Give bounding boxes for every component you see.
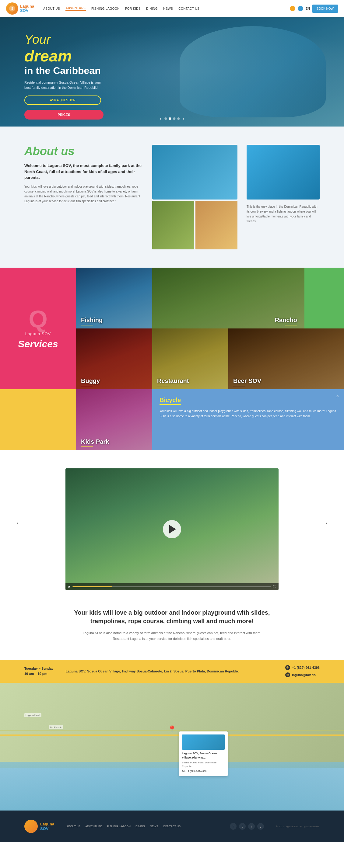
nav-fishing-lagoon[interactable]: FISHING LAGOON <box>91 7 120 10</box>
hero-buttons: ASK A QUESTION PRICES <box>24 90 104 120</box>
nav-dining[interactable]: DINING <box>146 7 158 10</box>
hero-title-your: Your <box>24 32 104 47</box>
map-popup-tel: Tel: +1 (829) 961-4396 <box>182 770 225 773</box>
kids-underline <box>81 446 93 447</box>
popup-close-button[interactable]: × <box>336 393 339 399</box>
logo-circle: S <box>6 2 18 14</box>
contact-address: Laguna SOV, Sosua Ocean Village, Highway… <box>66 669 273 674</box>
about-center-images <box>152 145 237 249</box>
about-image-outdoor <box>196 201 237 249</box>
footer-link-dining[interactable]: DINING <box>136 825 145 828</box>
social-facebook[interactable]: f <box>230 823 236 830</box>
about-body: Your kids will love a big outdoor and in… <box>24 184 143 204</box>
prices-button[interactable]: PRICES <box>24 110 104 120</box>
progress-fill <box>73 586 112 587</box>
navbar: S Laguna SOV ABOUT US ADVENTURE FISHING … <box>0 0 344 17</box>
map-road <box>0 735 344 736</box>
footer-link-about[interactable]: ABOUT US <box>66 825 80 828</box>
about-text: About us Welcome to Laguna SOV, the most… <box>24 145 143 249</box>
video-prev-icon: ‹ <box>17 520 18 526</box>
map-label-sosua: Laguna Hotel <box>24 713 41 717</box>
nav-contact[interactable]: CONTACT US <box>178 7 199 10</box>
about-inner: About us Welcome to Laguna SOV, the most… <box>24 145 320 249</box>
fishing-label: Fishing <box>81 317 103 323</box>
description-section: Your kids will love a big outdoor and in… <box>0 596 344 654</box>
nav-news[interactable]: NEWS <box>163 7 173 10</box>
service-tile-rancho[interactable]: Rancho <box>152 268 305 329</box>
services-laguna-label: Laguna SOV <box>25 332 51 336</box>
video-player[interactable]: ▶ ⛶ <box>65 468 279 590</box>
service-tile-kids[interactable]: Kids Park <box>76 389 152 450</box>
map-container[interactable]: 📍 Laguna SOV, Sosua Ocean Village, Highw… <box>0 683 344 810</box>
lang-fr-dot[interactable] <box>298 6 303 11</box>
lang-es-dot[interactable] <box>290 6 295 11</box>
hero-dots: ‹ › <box>160 116 184 121</box>
yellow-block <box>0 389 76 450</box>
beer-label: Beer SOV <box>233 377 261 384</box>
ask-question-button[interactable]: ASK A QUESTION <box>24 95 101 105</box>
about-aside-text: This is the only place in the Dominican … <box>247 205 320 224</box>
video-next-button[interactable]: › <box>321 518 332 529</box>
map-location-marker[interactable]: 📍 <box>167 725 177 734</box>
footer-sov: SOV <box>40 826 54 831</box>
services-grid: Q Laguna SOV Services Fishing Rancho Bug… <box>0 268 344 450</box>
services-header-block: Q Laguna SOV Services <box>0 268 76 389</box>
video-fullscreen-icon[interactable]: ⛶ <box>273 585 276 588</box>
contact-right: ✆ +1 (829) 961-4396 ✉ laguna@lov.do <box>285 665 320 677</box>
nav-adventure[interactable]: ADVENTURE <box>65 6 86 11</box>
social-youtube[interactable]: y <box>257 823 264 830</box>
rancho-label: Rancho <box>275 317 297 323</box>
video-prev-button[interactable]: ‹ <box>12 518 23 529</box>
footer-link-adventure[interactable]: ADVENTURE <box>85 825 102 828</box>
footer-logo-text: Laguna SOV <box>40 822 54 831</box>
about-image-aerial <box>152 145 237 199</box>
hero-prev-arrow[interactable]: ‹ <box>160 116 161 121</box>
kids-label: Kids Park <box>81 438 109 445</box>
beer-underline <box>233 385 246 386</box>
footer-social: f t i y <box>230 823 264 830</box>
navbar-logo[interactable]: S Laguna SOV <box>6 2 34 14</box>
social-twitter[interactable]: t <box>239 823 246 830</box>
hero-dot-1[interactable] <box>164 117 167 120</box>
contact-bar: Tuesday – Sunday 10 am – 10 pm Laguna SO… <box>0 660 344 683</box>
description-title: Your kids will love a big outdoor and in… <box>61 608 283 625</box>
service-tile-fishing[interactable]: Fishing <box>76 268 152 329</box>
phone-icon: ✆ <box>285 665 290 670</box>
svg-text:S: S <box>11 7 13 10</box>
hero-dot-2[interactable] <box>169 117 171 120</box>
lang-en[interactable]: EN <box>306 7 310 10</box>
hero-content: Your dream in the Caribbean Residential … <box>24 32 104 120</box>
footer-link-fishing[interactable]: FISHING LAGOON <box>107 825 131 828</box>
nav-about[interactable]: ABOUT US <box>43 7 60 10</box>
hero-title-caribbean: in the Caribbean <box>24 65 104 76</box>
contact-hours: Tuesday – Sunday 10 am – 10 pm <box>24 666 54 677</box>
service-tile-beer[interactable]: Beer SOV <box>228 329 344 389</box>
restaurant-label: Restaurant <box>157 377 189 384</box>
fishing-underline <box>81 325 93 326</box>
rancho-underline <box>285 325 297 326</box>
service-tile-buggy[interactable]: Buggy <box>76 329 152 389</box>
nav-for-kids[interactable]: FOR KIDS <box>125 7 141 10</box>
hero-next-arrow[interactable]: › <box>183 116 184 121</box>
footer-link-contact[interactable]: CONTACT US <box>163 825 181 828</box>
play-triangle-icon <box>169 525 176 533</box>
book-now-button[interactable]: BOOK NOW <box>312 5 338 13</box>
service-tile-restaurant[interactable]: Restaurant <box>152 329 228 389</box>
video-play-button[interactable] <box>163 520 181 538</box>
footer-logo: Laguna SOV <box>24 819 54 833</box>
email-icon: ✉ <box>285 673 290 677</box>
footer: Laguna SOV ABOUT US ADVENTURE FISHING LA… <box>0 810 344 842</box>
footer-link-news[interactable]: NEWS <box>150 825 158 828</box>
video-progress-bar[interactable]: ▶ ⛶ <box>65 583 279 590</box>
progress-track[interactable] <box>73 586 271 587</box>
green-block <box>305 268 344 329</box>
social-instagram[interactable]: i <box>248 823 255 830</box>
footer-copyright: © 2021 Laguna SOV. All rights reserved. <box>276 825 320 828</box>
about-aside: This is the only place in the Dominican … <box>247 145 320 249</box>
buggy-label: Buggy <box>81 377 100 384</box>
hero-dot-3[interactable] <box>173 117 175 120</box>
nav-links: ABOUT US ADVENTURE FISHING LAGOON FOR KI… <box>43 6 290 11</box>
logo-text: Laguna SOV <box>20 4 34 13</box>
hero-dot-4[interactable] <box>177 117 180 120</box>
description-body: Laguna SOV is also home to a variety of … <box>81 630 263 642</box>
